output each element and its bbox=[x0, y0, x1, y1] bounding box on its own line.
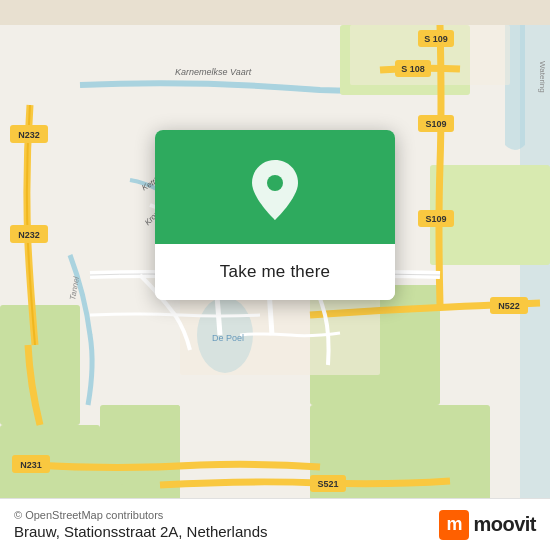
address-text: Brauw, Stationsstraat 2A, Netherlands bbox=[14, 523, 267, 540]
svg-text:N232: N232 bbox=[18, 130, 40, 140]
location-pin-icon bbox=[248, 158, 302, 222]
svg-text:Karnemelkse Vaart: Karnemelkse Vaart bbox=[175, 67, 252, 77]
svg-rect-4 bbox=[0, 305, 80, 425]
svg-text:S521: S521 bbox=[317, 479, 338, 489]
svg-text:De Poel: De Poel bbox=[212, 333, 244, 343]
svg-text:S109: S109 bbox=[425, 214, 446, 224]
take-me-there-button[interactable]: Take me there bbox=[155, 244, 395, 300]
svg-rect-9 bbox=[120, 405, 180, 485]
svg-text:N231: N231 bbox=[20, 460, 42, 470]
svg-text:N232: N232 bbox=[18, 230, 40, 240]
popup-green-header bbox=[155, 130, 395, 244]
moovit-m-icon: m bbox=[439, 510, 469, 540]
svg-text:S109: S109 bbox=[425, 119, 446, 129]
bottom-bar: © OpenStreetMap contributors Brauw, Stat… bbox=[0, 498, 550, 550]
svg-text:N522: N522 bbox=[498, 301, 520, 311]
copyright-text: © OpenStreetMap contributors bbox=[14, 509, 267, 521]
svg-text:S 108: S 108 bbox=[401, 64, 425, 74]
popup-card: Take me there bbox=[155, 130, 395, 300]
svg-point-37 bbox=[267, 175, 283, 191]
bottom-info: © OpenStreetMap contributors Brauw, Stat… bbox=[14, 509, 267, 540]
moovit-logo: m moovit bbox=[439, 510, 536, 540]
map-container: N232 N232 N231 S 109 S109 S109 S 108 N52… bbox=[0, 0, 550, 550]
svg-text:Watering: Watering bbox=[538, 61, 547, 93]
moovit-wordmark: moovit bbox=[473, 513, 536, 536]
svg-text:S 109: S 109 bbox=[424, 34, 448, 44]
